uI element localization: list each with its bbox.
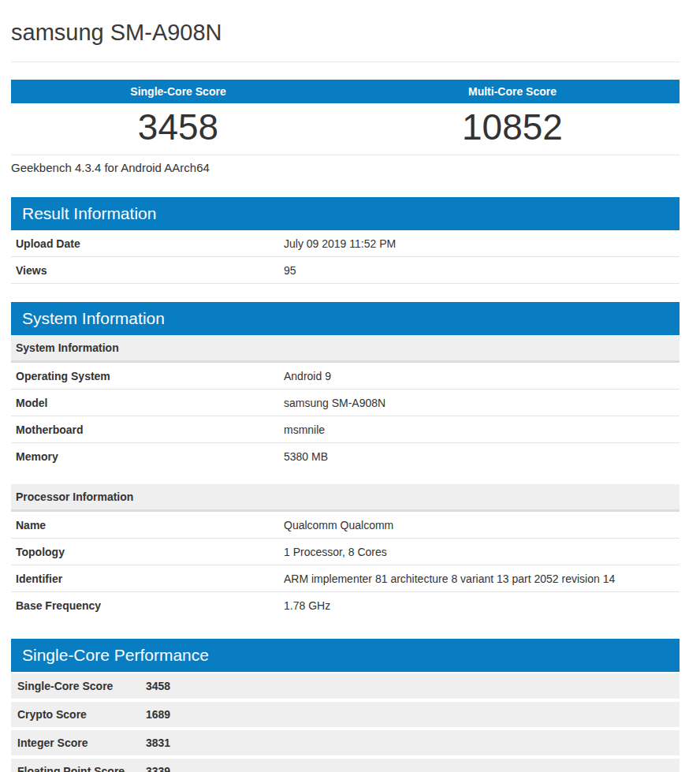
table-row: Integer Score 3831 xyxy=(11,730,680,755)
row-value: 95 xyxy=(284,264,296,277)
table-row: Upload Date July 09 2019 11:52 PM xyxy=(11,230,680,257)
multi-core-score-value: 10852 xyxy=(345,109,680,145)
multi-core-score-header: Multi-Core Score xyxy=(345,80,680,103)
result-information-section: Result Information Upload Date July 09 2… xyxy=(11,197,680,284)
processor-information-subheader: Processor Information xyxy=(11,484,680,512)
row-label: Floating Point Score xyxy=(17,765,146,772)
row-label: Identifier xyxy=(16,572,284,585)
row-value: 3831 xyxy=(146,737,170,749)
score-divider xyxy=(11,155,680,155)
row-value: 1.78 GHz xyxy=(284,599,330,612)
table-row: Base Frequency 1.78 GHz xyxy=(11,592,680,618)
row-value: Android 9 xyxy=(284,370,331,382)
row-label: Memory xyxy=(16,450,284,463)
row-value: ARM implementer 81 architecture 8 varian… xyxy=(284,572,615,585)
table-row: Motherboard msmnile xyxy=(11,416,680,443)
system-information-section: System Information System Information Op… xyxy=(11,302,680,618)
score-values: 3458 10852 xyxy=(11,103,680,155)
row-label: Integer Score xyxy=(17,737,146,749)
row-value: msmnile xyxy=(284,423,325,436)
table-row: Single-Core Score 3458 xyxy=(11,673,680,699)
system-information-header: System Information xyxy=(11,302,680,335)
benchmark-version-caption: Geekbench 4.3.4 for Android AArch64 xyxy=(11,161,680,174)
row-value: 1 Processor, 8 Cores xyxy=(284,546,387,558)
table-row: Model samsung SM-A908N xyxy=(11,390,680,416)
row-value: 1689 xyxy=(146,708,170,721)
row-value: 3458 xyxy=(146,680,170,692)
single-core-score-header: Single-Core Score xyxy=(11,80,345,103)
single-core-performance-section: Single-Core Performance Single-Core Scor… xyxy=(11,639,680,772)
single-core-score-value: 3458 xyxy=(11,109,345,145)
row-label: Views xyxy=(16,264,284,277)
row-label: Name xyxy=(16,519,284,531)
row-label: Single-Core Score xyxy=(17,680,146,692)
title-divider xyxy=(11,62,680,62)
table-row: Memory 5380 MB xyxy=(11,443,680,469)
table-row: Identifier ARM implementer 81 architectu… xyxy=(11,565,680,592)
table-row: Crypto Score 1689 xyxy=(11,702,680,727)
row-value: samsung SM-A908N xyxy=(284,397,385,409)
table-row: Operating System Android 9 xyxy=(11,363,680,390)
row-label: Upload Date xyxy=(16,237,284,250)
score-banner: Single-Core Score Multi-Core Score xyxy=(11,80,680,103)
row-label: Model xyxy=(16,397,284,409)
single-core-performance-header: Single-Core Performance xyxy=(11,639,680,672)
page-title: samsung SM-A908N xyxy=(11,0,680,62)
table-row: Name Qualcomm Qualcomm xyxy=(11,512,680,539)
row-label: Base Frequency xyxy=(16,599,284,612)
result-information-header: Result Information xyxy=(11,197,680,230)
row-label: Motherboard xyxy=(16,423,284,436)
row-value: 3339 xyxy=(146,765,170,772)
table-row: Topology 1 Processor, 8 Cores xyxy=(11,539,680,565)
table-row: Views 95 xyxy=(11,257,680,284)
row-label: Crypto Score xyxy=(17,708,146,721)
table-gap xyxy=(11,469,680,484)
row-label: Topology xyxy=(16,546,284,558)
row-label: Operating System xyxy=(16,370,284,382)
row-value: July 09 2019 11:52 PM xyxy=(284,237,396,250)
row-value: Qualcomm Qualcomm xyxy=(284,519,393,531)
row-value: 5380 MB xyxy=(284,450,328,463)
result-page: samsung SM-A908N Single-Core Score Multi… xyxy=(11,0,680,772)
system-information-subheader: System Information xyxy=(11,335,680,363)
table-row: Floating Point Score 3339 xyxy=(11,759,680,772)
